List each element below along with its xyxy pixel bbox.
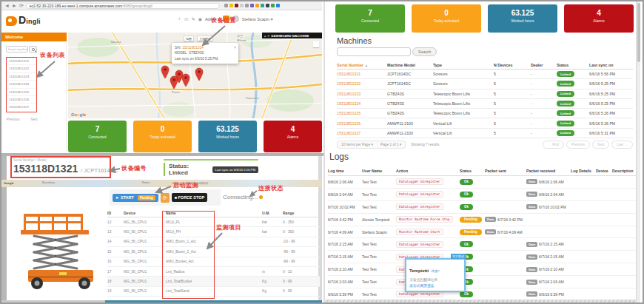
- dashboard-macchine-bar[interactable]: ▴ ✕ DASHBOARD MACCHINE: [262, 33, 322, 38]
- monitor-icon[interactable]: ▭: [184, 16, 189, 21]
- tooltip-no-result: 没有找到翻译结果: [409, 277, 461, 282]
- browser-extension-icon[interactable]: [266, 4, 269, 7]
- pagination-next-link[interactable]: Next: [31, 118, 38, 121]
- device-list-item[interactable]: 153118D1323: [7, 73, 36, 81]
- pagination-previous-link[interactable]: Previous: [7, 118, 20, 121]
- browser-reload-icon[interactable]: ⟳: [19, 3, 24, 8]
- browser-extension-icon[interactable]: [245, 4, 249, 7]
- last-sync-badge: Last sync on 6/6/16 5:56 PM: [212, 166, 258, 173]
- machine-serial-link[interactable]: 153118D1321: [337, 72, 387, 76]
- popup-close-icon[interactable]: ×: [234, 44, 236, 50]
- browser-extension-icon[interactable]: [229, 4, 233, 7]
- browser-extension-icon[interactable]: [235, 4, 238, 7]
- browser-extension-icon[interactable]: [255, 4, 259, 7]
- force-stop-button[interactable]: ■ FORCE STOP: [172, 193, 208, 202]
- stat-label: Today activated: [412, 18, 481, 23]
- data-badge-button[interactable]: Data: [526, 179, 537, 184]
- machine-serial-link[interactable]: 153118D1327: [337, 131, 387, 135]
- machine-serial-link[interactable]: 153118D1323: [337, 92, 387, 96]
- table-cell: 16: [107, 260, 124, 263]
- close-icon[interactable]: ✕: [267, 34, 269, 38]
- log-user-cell: Test Test: [362, 292, 396, 297]
- stat-value: 0: [133, 125, 192, 133]
- data-badge-button[interactable]: Data: [526, 291, 537, 297]
- device-list-item[interactable]: 153118D1325: [7, 89, 36, 96]
- scrollbar[interactable]: [636, 1, 640, 303]
- address-bar[interactable]: ec2-52-30-223-189.eu-west-1.compute.amaz…: [26, 3, 220, 9]
- stat-label: Worked hours: [198, 135, 257, 139]
- pager-controls: 10 Items per Page ▾ Page 1 of 1 ▾: [337, 141, 406, 149]
- machine-row: 153118D1322JCPT1614DCScissors5-Linked6/6…: [337, 79, 633, 89]
- user-menu[interactable]: Stefano Scapin ▾: [242, 17, 273, 21]
- log-action-cell: Datalogger Unregister: [396, 191, 460, 197]
- browser-extension-icon[interactable]: [261, 4, 264, 7]
- log-time-cell: 6/7/16 2:15 AM: [328, 242, 362, 246]
- stat-label: Alarms: [264, 135, 322, 139]
- log-row: 6/7/16 2:15 AMTest TestDatalogger Unregi…: [328, 251, 637, 263]
- first-page-button[interactable]: ← First: [543, 141, 564, 149]
- machine-serial-link[interactable]: 153118D1322: [337, 81, 387, 86]
- tooltip-web-search-link[interactable]: 请尝试网页搜索: [409, 283, 461, 288]
- device-list-item[interactable]: 153118D1327: [7, 104, 36, 111]
- device-list-item[interactable]: 153118D1322: [7, 65, 36, 72]
- device-list-item[interactable]: 153118D1321: [7, 58, 36, 65]
- data-badge-button[interactable]: Data: [526, 267, 537, 272]
- browser-extension-icon[interactable]: [276, 4, 280, 7]
- scrollbar-thumb[interactable]: [637, 3, 640, 62]
- machine-search-button[interactable]: [29, 46, 37, 53]
- machines-search-button[interactable]: Search: [412, 47, 437, 56]
- browser-back-icon[interactable]: ◄: [4, 3, 10, 8]
- welcome-tab[interactable]: Welcome: [1, 33, 67, 41]
- machine-search-input[interactable]: [6, 46, 28, 53]
- machine-serial-link[interactable]: 153118D1325: [337, 111, 387, 115]
- machine-serial-link[interactable]: 153118D1326: [337, 121, 387, 126]
- browser-extension-icon[interactable]: [224, 4, 228, 7]
- browser-forward-icon[interactable]: ►: [12, 3, 17, 8]
- data-badge-button[interactable]: Data: [526, 192, 537, 197]
- data-badge-button[interactable]: Data: [485, 229, 496, 234]
- start-button[interactable]: ► STARTPending: [113, 194, 158, 202]
- machine-dealer-cell: -: [531, 131, 557, 135]
- log-row: 6/7/16 10:02 PMTest TestDatalogger Unreg…: [328, 201, 637, 214]
- map-label-piacenza: Piacenza: [246, 96, 258, 100]
- annotation-arrow-start-monitor: [152, 185, 173, 195]
- column-header[interactable]: Serial Number▲: [337, 63, 387, 67]
- previous-page-button[interactable]: Previous: [566, 141, 590, 149]
- annotation-device-serial: 设备编号: [121, 164, 147, 172]
- machine-lastsync-cell: 6/6/16 5:31 PM: [589, 131, 633, 135]
- items-per-page-dropdown[interactable]: 10 Items per Page ▾: [341, 143, 373, 146]
- page-dropdown[interactable]: Page 1 of 1 ▾: [380, 143, 401, 146]
- linked-status-badge: Linked: [557, 121, 574, 126]
- machine-serial-link[interactable]: 153118D1324: [337, 101, 387, 106]
- data-badge-button[interactable]: Data: [526, 204, 537, 209]
- machine-model-cell: AMWP11-2100: [387, 121, 433, 126]
- log-time-cell: 6/7/16 2:15 AM: [328, 254, 362, 259]
- edit-icon[interactable]: ✎: [192, 16, 195, 21]
- browser-extension-icon[interactable]: [250, 4, 254, 7]
- device-list-item[interactable]: 153118D1324: [7, 81, 36, 88]
- data-badge-button[interactable]: Data: [526, 254, 537, 260]
- stat-label: Today activated: [133, 135, 192, 139]
- data-badge-button[interactable]: Data: [526, 280, 537, 285]
- stat-card-connected: 7Connected: [68, 121, 127, 152]
- map-type-button[interactable]: 地图: [184, 36, 194, 41]
- circle-icon[interactable]: ◉: [198, 16, 202, 21]
- data-badge-button[interactable]: Data: [485, 217, 496, 222]
- browser-extension-icon[interactable]: [240, 4, 244, 7]
- browser-extension-icon[interactable]: [271, 4, 275, 7]
- dingli-logo[interactable]: Dingli: [6, 14, 41, 26]
- last-page-button[interactable]: Last →: [611, 141, 633, 149]
- tooltip-details-link[interactable]: 详情>: [431, 269, 440, 273]
- map-fullscreen-button[interactable]: [313, 41, 319, 47]
- stat-card-connected: 7Connected: [335, 4, 405, 33]
- data-badge-button[interactable]: Data: [526, 242, 537, 247]
- machine-dealer-cell: -: [531, 121, 557, 126]
- device-list-item[interactable]: 153118D1326: [7, 96, 36, 104]
- dingli-logo-text: Dingli: [19, 14, 41, 26]
- machines-search-input[interactable]: [337, 47, 411, 56]
- next-page-button[interactable]: Next: [592, 141, 609, 149]
- log-time-cell: 6/7/16 2:10 AM: [328, 267, 362, 271]
- add-icon[interactable]: ＋: [177, 16, 181, 22]
- action-chip: Monitor Runtime Start: [396, 229, 443, 235]
- table-cell: -10 - 99: [283, 240, 320, 243]
